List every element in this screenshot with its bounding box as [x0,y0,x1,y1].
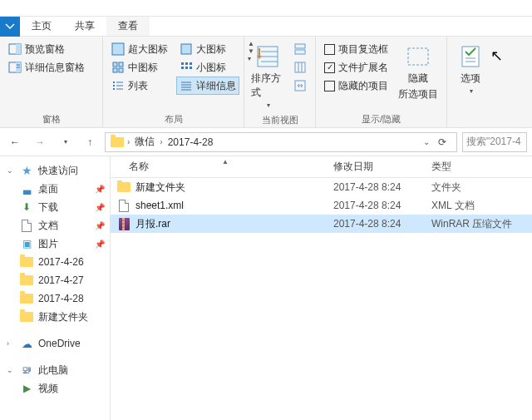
details-pane-label: 详细信息窗格 [25,61,85,75]
group-label-empty [452,114,489,126]
folder-icon [20,274,33,287]
chevron-right-icon[interactable]: › [127,137,130,146]
options-label: 选项 [461,72,480,86]
options-button[interactable]: 选项 ▾ [452,40,489,98]
desktop-icon: ▃ [20,182,33,195]
chevron-down-icon: ▾ [267,101,270,109]
path-history-button[interactable]: ⌄ [423,137,430,146]
nav-this-pc-label: 此电脑 [38,363,68,378]
nav-forward-button[interactable]: → [30,132,50,152]
column-date[interactable]: 修改日期 [327,160,425,174]
tab-home[interactable]: 主页 [20,17,63,36]
layout-list-label: 列表 [128,79,148,93]
column-name-label: 名称 [129,161,149,172]
videos-icon: ▶ [20,382,33,395]
folder-icon [20,292,33,305]
nav-documents-label: 文档 [38,219,58,233]
hide-selected-button[interactable]: 隐藏 所选项目 [397,40,440,105]
svg-rect-11 [113,82,115,83]
svg-rect-7 [113,62,117,67]
file-row[interactable]: 月报.rar 2017-4-28 8:24 WinRAR 压缩文件 [111,215,532,233]
file-type: WinRAR 压缩文件 [425,217,532,231]
navigation-pane: ⌄★快速访问 ▃桌面📌 ⬇下载📌 文档📌 ▣图片📌 2017-4-26 2017… [0,156,111,420]
nav-folder-4-label: 新建文件夹 [38,310,88,324]
nav-downloads-label: 下载 [38,200,58,215]
svg-rect-17 [181,44,191,54]
hidden-items-toggle[interactable]: 隐藏的项目 [321,77,392,95]
sort-by-button[interactable]: 排序方式 ▾ [249,40,285,112]
options-icon [457,43,484,70]
column-type[interactable]: 类型 [425,160,532,174]
checkbox-checked-icon [324,62,335,73]
size-columns-button[interactable] [290,77,310,95]
group-by-button[interactable] [290,40,310,58]
layout-small-label: 小图标 [196,61,226,75]
file-tab[interactable] [0,17,20,37]
nav-this-pc[interactable]: ⌄🖳此电脑 [0,361,110,379]
recent-locations-button[interactable]: ▾ [55,132,75,152]
nav-folder-1[interactable]: 2017-4-26 [0,253,110,271]
nav-up-button[interactable]: ↑ [80,132,100,152]
add-columns-icon [293,61,307,74]
column-name[interactable]: 名称▲ [111,160,327,174]
layout-list[interactable]: 列表 [108,77,171,95]
layout-extra-large-label: 超大图标 [128,42,168,57]
nav-onedrive[interactable]: ›☁OneDrive [0,334,110,353]
details-icon [180,79,193,92]
svg-rect-22 [185,67,188,69]
svg-rect-39 [462,47,479,67]
nav-pictures[interactable]: ▣图片📌 [0,235,110,253]
svg-rect-1 [16,44,21,54]
group-label-layout: 布局 [108,111,239,126]
nav-folder-2[interactable]: 2017-4-27 [0,271,110,289]
nav-onedrive-label: OneDrive [38,338,81,349]
search-input[interactable]: 搜索"2017-4 [462,132,527,152]
nav-quick-access-label: 快速访问 [38,164,78,178]
nav-quick-access[interactable]: ⌄★快速访问 [0,161,110,180]
layout-medium-label: 中图标 [128,61,158,75]
star-icon: ★ [20,164,33,177]
nav-documents[interactable]: 文档📌 [0,216,110,235]
nav-folder-4[interactable]: 新建文件夹 [0,308,110,326]
file-row[interactable]: 新建文件夹 2017-4-28 8:24 文件夹 [111,178,532,196]
nav-desktop[interactable]: ▃桌面📌 [0,180,110,198]
tab-view[interactable]: 查看 [106,17,150,36]
small-icons-icon [180,61,193,74]
folder-icon [117,180,131,194]
nav-back-button[interactable]: ← [5,132,25,152]
preview-pane-button[interactable]: 预览窗格 [5,40,88,58]
tab-share[interactable]: 共享 [63,17,106,36]
item-checkboxes-toggle[interactable]: 项目复选框 [321,40,392,58]
expand-icon[interactable]: › [7,339,15,348]
ribbon: 预览窗格 详细信息窗格 窗格 超大图标 中图标 列表 大图标 小图标 [0,37,532,128]
column-headers: 名称▲ 修改日期 类型 [111,156,532,178]
nav-folder-3[interactable]: 2017-4-28 [0,289,110,308]
refresh-button[interactable]: ⟳ [433,136,451,148]
layout-small[interactable]: 小图标 [176,58,239,77]
breadcrumb[interactable]: › 微信 › 2017-4-28 ⌄ ⟳ [105,132,457,152]
chevron-right-icon[interactable]: › [160,137,162,146]
svg-rect-20 [190,62,192,65]
layout-large[interactable]: 大图标 [176,40,239,58]
group-label-show-hide: 显示/隐藏 [321,111,441,126]
layout-medium[interactable]: 中图标 [108,58,171,77]
title-bar [0,0,532,17]
folder-icon [20,310,33,324]
details-pane-button[interactable]: 详细信息窗格 [5,58,88,77]
collapse-icon[interactable]: ⌄ [7,366,15,374]
svg-rect-8 [119,62,123,67]
file-extensions-toggle[interactable]: 文件扩展名 [321,58,392,77]
pin-icon: 📌 [95,203,105,212]
breadcrumb-parent[interactable]: 微信 [133,133,156,151]
address-bar: ← → ▾ ↑ › 微信 › 2017-4-28 ⌄ ⟳ 搜索"2017-4 [0,128,532,156]
file-row[interactable]: sheet1.xml 2017-4-28 8:24 XML 文档 [111,196,532,215]
nav-downloads[interactable]: ⬇下载📌 [0,198,110,216]
breadcrumb-current[interactable]: 2017-4-28 [166,135,215,150]
add-columns-button[interactable] [290,58,310,77]
layout-details[interactable]: 详细信息 [176,77,239,95]
sort-ascending-icon: ▲ [222,158,229,166]
nav-videos[interactable]: ▶视频 [0,379,110,398]
layout-extra-large[interactable]: 超大图标 [108,40,171,58]
group-by-icon [293,42,307,56]
collapse-icon[interactable]: ⌄ [7,166,15,175]
